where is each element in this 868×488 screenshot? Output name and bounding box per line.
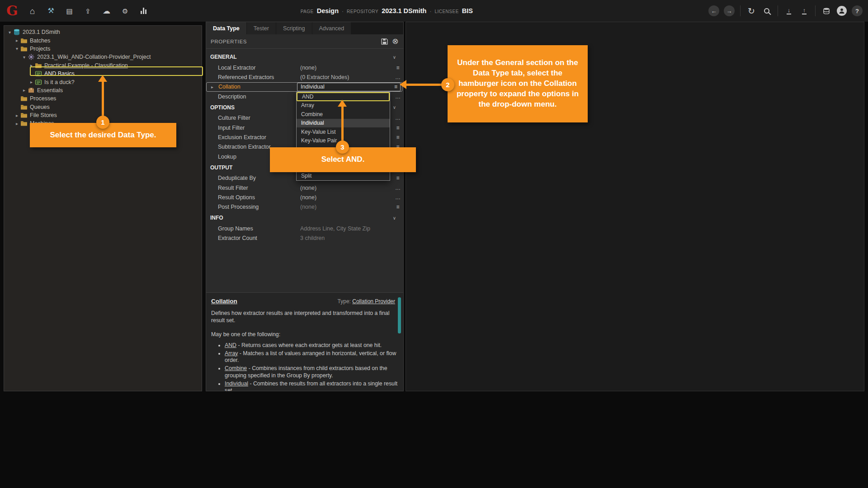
folder-icon: [20, 103, 28, 111]
section-header-general[interactable]: GENERAL∨: [206, 51, 403, 63]
toolbar-separator: [778, 5, 778, 16]
callout-3-arrow-head: [338, 100, 347, 107]
download-icon[interactable]: ↓: [783, 5, 794, 16]
tools-icon[interactable]: ⚒: [46, 5, 57, 16]
tab-advanced[interactable]: Advanced: [312, 22, 352, 34]
collation-value-editor[interactable]: Individual≡: [297, 83, 401, 91]
properties-panel: Data TypeTesterScriptingAdvanced PROPERT…: [206, 22, 404, 391]
prop-row-extractor-count[interactable]: Extractor Count3 children: [206, 233, 403, 243]
folder-icon: [20, 95, 28, 102]
ellipsis-icon[interactable]: …: [392, 194, 403, 201]
hamburger-icon[interactable]: ≡: [394, 84, 397, 90]
toolbar-separator: [815, 5, 816, 16]
prop-row-group-names[interactable]: Group NamesAddress Line, City State Zip: [206, 224, 403, 233]
collapse-icon[interactable]: ▾: [21, 55, 27, 60]
ellipsis-icon[interactable]: …: [392, 115, 403, 121]
prop-row-result-filter[interactable]: Result Filter(none)…: [206, 183, 403, 192]
tree-item-2023-1-dsmith[interactable]: ▾2023.1 DSmith: [4, 28, 202, 36]
export-box-icon[interactable]: ⇪: [83, 5, 94, 16]
prop-label: Exclusion Extractor: [206, 134, 297, 141]
upload-icon[interactable]: ↑: [799, 5, 810, 16]
import-box-icon[interactable]: ⚙: [120, 5, 131, 16]
page-value[interactable]: Design: [317, 7, 339, 14]
tab-data-type[interactable]: Data Type: [206, 22, 247, 34]
prop-label: Culture Filter: [206, 115, 297, 121]
bar-chart-icon[interactable]: [138, 5, 149, 16]
help-bullet-array: Array - Matches a list of values arrange…: [225, 350, 399, 364]
toolbar-separator: [740, 5, 741, 16]
expand-icon[interactable]: ▸: [28, 80, 34, 84]
search-icon[interactable]: [761, 5, 772, 16]
type-label: Type:: [338, 298, 351, 305]
collapse-icon[interactable]: ▾: [14, 46, 20, 51]
nav-back-icon[interactable]: ←: [708, 5, 719, 16]
hamburger-icon[interactable]: ≡: [392, 175, 403, 181]
tab-scripting[interactable]: Scripting: [276, 22, 312, 34]
hamburger-icon[interactable]: ≡: [392, 65, 403, 71]
help-type: Type: Collation Provider: [338, 298, 395, 305]
ellipsis-icon[interactable]: …: [392, 94, 403, 100]
prop-label: Post Processing: [206, 204, 297, 210]
hamburger-icon[interactable]: ≡: [392, 204, 403, 210]
context-separator: ·: [342, 8, 344, 14]
project-icon: [28, 53, 35, 61]
prop-value: Individual: [301, 84, 394, 90]
tab-tester[interactable]: Tester: [247, 22, 276, 34]
prop-row-collation[interactable]: ▸CollationIndividual≡: [206, 82, 402, 92]
help-icon[interactable]: ?: [852, 5, 863, 16]
dropdown-option-split[interactable]: Split: [297, 172, 390, 181]
expand-icon[interactable]: ▸: [14, 121, 20, 126]
expand-icon[interactable]: ▸: [211, 83, 213, 91]
save-icon[interactable]: [381, 38, 388, 45]
chevron-down-icon[interactable]: ∨: [393, 216, 399, 221]
tree-item-label: Projects: [30, 46, 50, 52]
prop-row-result-options[interactable]: Result Options(none)…: [206, 192, 403, 202]
folder-icon: [20, 37, 28, 44]
topbar-context: PAGE Design · REPOSITORY 2023.1 DSmith ·…: [301, 7, 473, 14]
ellipsis-icon[interactable]: …: [392, 74, 403, 80]
prop-label: Group Names: [206, 225, 297, 232]
folder-icon: [20, 120, 28, 127]
section-title: OUTPUT: [210, 164, 232, 171]
prop-label: Extractor Count: [206, 235, 297, 241]
refresh-icon[interactable]: ↻: [746, 5, 757, 16]
tree-item-label: Processes: [30, 95, 56, 102]
home-icon[interactable]: ⌂: [27, 5, 38, 16]
close-icon[interactable]: ⊗: [392, 37, 399, 46]
callout-2-arrow-head: [400, 80, 406, 89]
chevron-down-icon[interactable]: ∨: [393, 55, 399, 60]
prop-label: Result Options: [206, 194, 297, 201]
licensee-value: BIS: [462, 7, 473, 14]
expand-icon[interactable]: ▸: [14, 113, 20, 118]
hamburger-icon[interactable]: ≡: [392, 134, 403, 141]
page-label: PAGE: [301, 9, 314, 14]
expand-icon[interactable]: ▸: [14, 38, 20, 43]
datatype-icon: [35, 79, 42, 86]
archive-icon[interactable]: ▤: [64, 5, 75, 16]
prop-label: Deduplicate By: [206, 175, 297, 181]
hamburger-icon[interactable]: ≡: [392, 125, 403, 131]
scrollbar-thumb[interactable]: [398, 297, 401, 333]
tree-item-2023-1-wiki-and-collation-provider-project[interactable]: ▾2023.1_Wiki_AND-Collation-Provider_Proj…: [4, 53, 202, 61]
expand-icon[interactable]: ▸: [21, 88, 27, 93]
cloud-upload-icon[interactable]: ☁: [101, 5, 112, 16]
tree-item-batches[interactable]: ▸Batches: [4, 36, 202, 44]
prop-row-referenced-extractors[interactable]: Referenced Extractors(0 Extractor Nodes)…: [206, 72, 403, 82]
user-icon[interactable]: [836, 5, 847, 16]
collapse-icon[interactable]: ▾: [7, 30, 13, 35]
chevron-down-icon[interactable]: ∨: [393, 105, 399, 110]
repository-value[interactable]: 2023.1 DSmith: [382, 7, 426, 14]
nav-forward-icon[interactable]: →: [724, 5, 735, 16]
prop-row-post-processing[interactable]: Post Processing(none)≡: [206, 202, 403, 212]
topbar: G ⌂⚒▤⇪☁⚙ PAGE Design · REPOSITORY 2023.1…: [0, 0, 868, 22]
help-bullet-individual: Individual - Combines the results from a…: [225, 380, 399, 391]
callout-1-arrow-head: [98, 75, 107, 82]
prop-value: Address Line, City State Zip: [297, 225, 392, 232]
database-icon[interactable]: [821, 5, 832, 16]
tree-item-projects[interactable]: ▾Projects: [4, 45, 202, 53]
type-link[interactable]: Collation Provider: [352, 298, 395, 305]
prop-row-local-extractor[interactable]: Local Extractor(none)≡: [206, 63, 403, 72]
ellipsis-icon[interactable]: …: [392, 185, 403, 191]
section-header-info[interactable]: INFO∨: [206, 212, 403, 224]
app-logo[interactable]: G: [6, 4, 18, 18]
